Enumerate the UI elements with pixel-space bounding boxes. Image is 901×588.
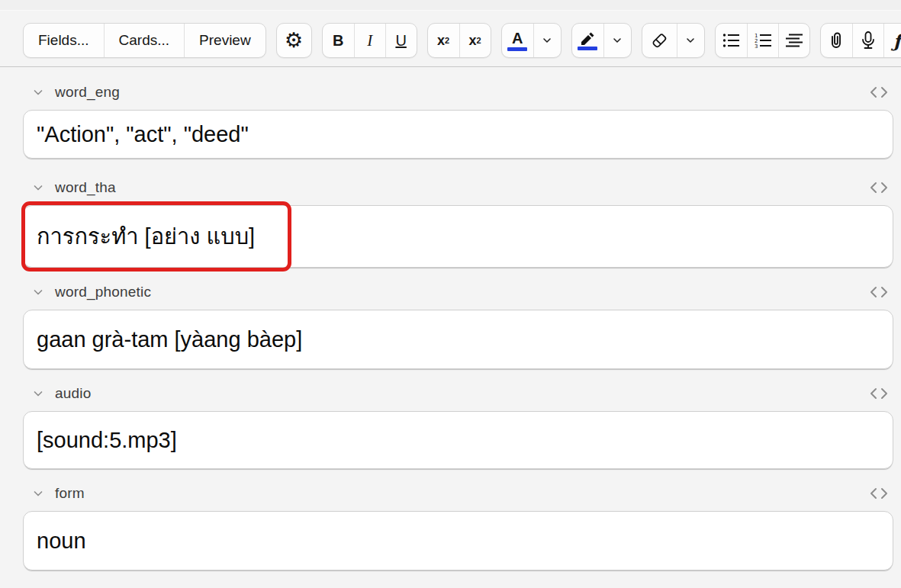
italic-button[interactable]: I	[354, 24, 385, 57]
superscript-button[interactable]: x2	[428, 24, 459, 57]
svg-text:3: 3	[755, 43, 758, 50]
chevron-down-icon	[685, 35, 696, 46]
field-header: form	[23, 482, 893, 505]
highlighter-icon	[578, 31, 597, 50]
text-color-dropdown[interactable]	[533, 24, 561, 57]
subscript-button[interactable]: x2	[459, 24, 491, 57]
media-group: ƒx	[820, 23, 901, 58]
html-editor-icon[interactable]	[869, 487, 889, 500]
field-row-audio: audio [sound:5.mp3]	[23, 382, 893, 469]
html-editor-icon[interactable]	[869, 285, 889, 299]
alignment-button[interactable]	[778, 24, 809, 57]
field-name: word_phonetic	[55, 284, 151, 300]
titlebar-strip	[0, 0, 901, 11]
bold-button[interactable]: B	[323, 24, 354, 57]
highlight-button[interactable]	[572, 24, 603, 57]
field-name: word_eng	[55, 84, 120, 101]
highlight-color-group	[571, 23, 632, 58]
text-style-group: B I U	[322, 23, 417, 58]
highlight-dropdown[interactable]	[603, 24, 631, 57]
preview-button[interactable]: Preview	[184, 24, 265, 57]
eraser-icon	[649, 31, 669, 50]
note-actions-group: Fields... Cards... Preview	[23, 23, 266, 58]
bullet-list-icon	[722, 32, 740, 49]
collapse-chevron-icon[interactable]	[32, 182, 44, 194]
underline-button[interactable]: U	[385, 24, 417, 57]
remove-formatting-button[interactable]	[642, 24, 677, 57]
field-header: word_phonetic	[23, 281, 893, 304]
gear-icon: ⚙	[285, 31, 303, 51]
field-input-form[interactable]: noun	[23, 511, 893, 570]
editor-toolbar: Fields... Cards... Preview ⚙ B I U x2 x2…	[0, 11, 901, 67]
text-color-icon: A	[507, 31, 527, 51]
field-row-word-eng: word_eng "Action", "act", "deed"	[23, 81, 893, 159]
field-row-grammar-structure: grammar_structure	[23, 583, 893, 588]
numbered-list-button[interactable]: 1 2 3	[747, 24, 778, 57]
cards-button[interactable]: Cards...	[104, 24, 185, 57]
text-color-group: A	[501, 23, 562, 58]
eraser-group	[642, 23, 705, 58]
settings-group: ⚙	[276, 23, 312, 58]
field-input-word-eng[interactable]: "Action", "act", "deed"	[23, 110, 893, 159]
field-row-word-tha: word_tha การกระทำ [อย่าง แบบ]	[23, 176, 893, 268]
record-audio-button[interactable]	[852, 24, 883, 57]
field-row-form: form noun	[23, 482, 893, 570]
collapse-chevron-icon[interactable]	[32, 487, 44, 500]
collapse-chevron-icon[interactable]	[32, 86, 44, 98]
field-row-word-phonetic: word_phonetic gaan grà-tam [yàang bàep]	[23, 281, 893, 369]
collapse-chevron-icon[interactable]	[32, 387, 44, 400]
settings-button[interactable]: ⚙	[277, 24, 311, 57]
function-icon: ƒx	[893, 31, 901, 51]
text-color-button[interactable]: A	[502, 24, 533, 57]
field-header: word_eng	[23, 81, 893, 104]
field-name: word_tha	[55, 179, 116, 196]
field-input-word-phonetic[interactable]: gaan grà-tam [yàang bàep]	[23, 310, 893, 369]
field-header: audio	[23, 382, 893, 405]
field-input-audio[interactable]: [sound:5.mp3]	[23, 411, 893, 469]
paperclip-icon	[827, 31, 845, 50]
align-text-icon	[785, 32, 803, 49]
microphone-icon	[859, 31, 877, 50]
attach-button[interactable]	[821, 24, 852, 57]
field-header: grammar_structure	[23, 583, 893, 588]
field-name: form	[55, 485, 85, 502]
fields-button[interactable]: Fields...	[24, 24, 104, 57]
html-editor-icon[interactable]	[869, 387, 889, 400]
bullet-list-button[interactable]	[716, 24, 747, 57]
html-editor-icon[interactable]	[869, 85, 889, 99]
chevron-down-icon	[542, 35, 552, 46]
note-fields-area: word_eng "Action", "act", "deed" word_th…	[0, 81, 901, 588]
collapse-chevron-icon[interactable]	[32, 286, 44, 298]
field-name: audio	[55, 385, 92, 402]
field-input-word-tha[interactable]: การกระทำ [อย่าง แบบ]	[23, 205, 893, 268]
list-group: 1 2 3	[715, 23, 810, 58]
eraser-dropdown[interactable]	[677, 24, 704, 57]
script-group: x2 x2	[427, 23, 491, 58]
html-editor-icon[interactable]	[869, 181, 889, 194]
field-header: word_tha	[23, 176, 893, 199]
mathjax-button[interactable]: ƒx	[883, 24, 901, 57]
chevron-down-icon	[612, 35, 623, 46]
numbered-list-icon: 1 2 3	[754, 32, 772, 49]
